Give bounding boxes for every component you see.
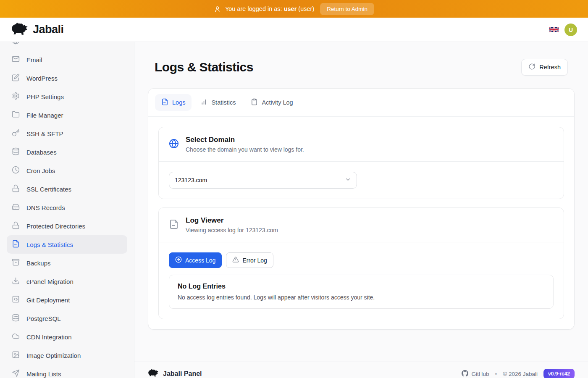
chevron-down-icon [345, 176, 351, 184]
impersonation-message: You are logged in as: user (user) [214, 5, 314, 13]
no-log-entries-message: No access log entries found. Logs will a… [178, 294, 545, 301]
sidebar: EmailWordPressPHP SettingsFile ManagerSS… [0, 42, 134, 378]
sidebar-item-wordpress[interactable]: WordPress [7, 69, 127, 87]
sidebar-item-label: Email [26, 56, 42, 63]
sidebar-item-mailing-lists[interactable]: Mailing Lists [7, 365, 127, 378]
filetext-icon [12, 240, 20, 249]
cloud-icon [12, 332, 20, 342]
language-flag-icon[interactable] [549, 26, 559, 33]
lock-icon [12, 221, 20, 231]
logs-panel-card: Logs Statistics Activity Log [148, 88, 575, 330]
tab-logs[interactable]: Logs [155, 94, 192, 111]
sidebar-item-partial[interactable] [7, 42, 127, 50]
tab-activity-log-label: Activity Log [262, 99, 293, 106]
sidebar-item-cpanel-migration[interactable]: cPanel Migration [7, 272, 127, 291]
no-log-entries-box: No Log Entries No access log entries fou… [169, 275, 554, 309]
edit-icon [12, 74, 20, 83]
database-icon [12, 147, 20, 157]
access-log-label: Access Log [185, 257, 215, 264]
log-viewer-subtitle: Viewing access log for 123123.com [186, 227, 278, 234]
sidebar-item-cron-jobs[interactable]: Cron Jobs [7, 161, 127, 180]
refresh-button[interactable]: Refresh [521, 59, 568, 76]
impersonation-bar: You are logged in as: user (user) Return… [0, 0, 588, 18]
sidebar-item-label: cPanel Migration [26, 278, 74, 285]
github-label: GitHub [471, 371, 489, 377]
sidebar-item-label: File Manager [26, 112, 63, 119]
clock-icon [12, 166, 20, 176]
archive-icon [12, 258, 20, 268]
footer-boar-icon [148, 369, 159, 378]
log-viewer-card: Log Viewer Viewing access log for 123123… [158, 207, 564, 319]
sidebar-item-postgresql[interactable]: PostgreSQL [7, 309, 127, 328]
user-icon [214, 5, 221, 13]
copyright-text: © 2026 Jabali [503, 371, 538, 377]
page-title: Logs & Statistics [155, 60, 253, 74]
globe-icon [169, 139, 179, 150]
file-text-icon [161, 98, 168, 107]
sidebar-nav: EmailWordPressPHP SettingsFile ManagerSS… [0, 42, 134, 378]
tab-statistics-label: Statistics [211, 99, 236, 106]
footer: Jabali Panel GitHub • © 2026 Jabali v0.9… [134, 362, 588, 378]
sidebar-item-label: Backups [26, 260, 51, 267]
access-log-button[interactable]: Access Log [169, 252, 222, 268]
tab-activity-log[interactable]: Activity Log [244, 94, 299, 111]
sidebar-item-label: PostgreSQL [26, 315, 61, 322]
download-icon [12, 277, 20, 286]
brand-name: Jabali [33, 23, 64, 36]
mail-icon [12, 55, 20, 65]
error-log-label: Error Log [242, 257, 267, 264]
return-to-admin-button[interactable]: Return to Admin [320, 3, 374, 15]
sidebar-item-label: Git Deployment [26, 297, 70, 304]
sidebar-item-ssh-sftp[interactable]: SSH & SFTP [7, 124, 127, 143]
sidebar-item-git-deployment[interactable]: Git Deployment [7, 291, 127, 309]
select-domain-subtitle: Choose the domain you want to view logs … [186, 146, 304, 153]
select-domain-card: Select Domain Choose the domain you want… [158, 127, 564, 199]
version-badge: v0.9-rc42 [543, 369, 575, 378]
domain-select[interactable]: 123123.com [169, 172, 357, 189]
clipboard-icon [251, 98, 258, 107]
sidebar-item-label: Cron Jobs [26, 167, 55, 174]
logged-in-username: user [284, 5, 297, 12]
sidebar-item-image-optimization[interactable]: Image Optimization [7, 346, 127, 365]
sidebar-item-dns-records[interactable]: DNS Records [7, 198, 127, 217]
footer-separator: • [495, 371, 497, 377]
sidebar-item-protected-directories[interactable]: Protected Directories [7, 217, 127, 235]
sidebar-item-logs-statistics[interactable]: Logs & Statistics [7, 235, 127, 254]
harddrive-icon [12, 203, 20, 213]
tab-logs-label: Logs [172, 99, 185, 106]
send-icon [12, 369, 20, 378]
error-log-button[interactable]: Error Log [226, 252, 273, 268]
globe-icon [12, 42, 20, 46]
arrow-right-circle-icon [175, 256, 182, 264]
refresh-label: Refresh [539, 64, 561, 71]
github-link[interactable]: GitHub [462, 370, 489, 378]
boar-logo-icon [11, 22, 29, 37]
brand-logo[interactable]: Jabali [11, 22, 64, 37]
sidebar-item-cdn-integration[interactable]: CDN Integration [7, 328, 127, 346]
sidebar-item-email[interactable]: Email [7, 50, 127, 69]
sidebar-item-label: CDN Integration [26, 333, 72, 341]
gear-icon [12, 92, 20, 102]
refresh-icon [528, 63, 536, 71]
warning-triangle-icon [232, 256, 239, 264]
domain-select-value: 123123.com [175, 177, 207, 184]
sidebar-item-databases[interactable]: Databases [7, 143, 127, 161]
database-icon [12, 314, 20, 323]
user-avatar[interactable]: U [564, 24, 577, 36]
sidebar-item-label: Mailing Lists [26, 370, 61, 378]
sidebar-item-label: Logs & Statistics [26, 241, 73, 248]
tab-statistics[interactable]: Statistics [194, 94, 242, 111]
sidebar-item-backups[interactable]: Backups [7, 254, 127, 272]
sidebar-item-label: WordPress [26, 75, 58, 82]
codesquare-icon [12, 295, 20, 305]
sidebar-item-php-settings[interactable]: PHP Settings [7, 87, 127, 106]
github-icon [462, 370, 468, 378]
document-icon [169, 219, 179, 231]
sidebar-item-label: Databases [26, 149, 57, 156]
sidebar-item-ssl-certificates[interactable]: SSL Certificates [7, 180, 127, 198]
sidebar-item-label: Protected Directories [26, 223, 85, 230]
logged-in-role: (user) [298, 5, 314, 12]
logged-in-text: You are logged in as: [225, 5, 282, 12]
sidebar-item-file-manager[interactable]: File Manager [7, 106, 127, 124]
tab-bar: Logs Statistics Activity Log [148, 89, 574, 117]
